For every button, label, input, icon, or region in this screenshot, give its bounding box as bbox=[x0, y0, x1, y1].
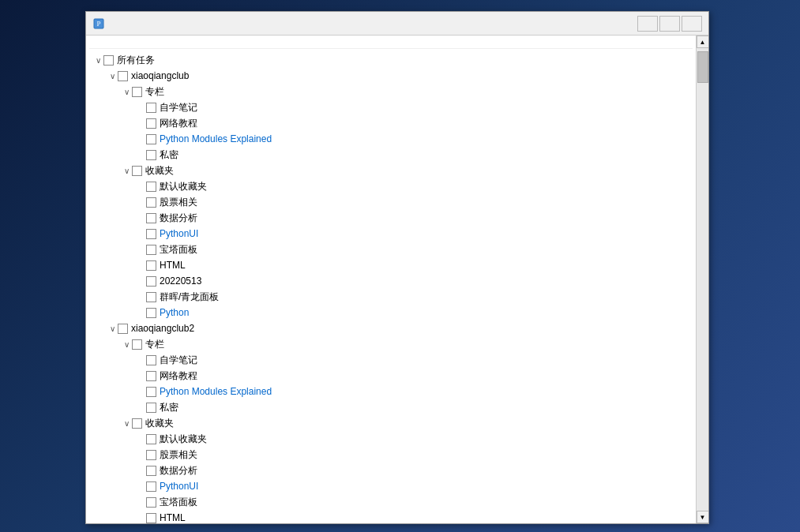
item-checkbox[interactable] bbox=[146, 260, 156, 271]
item-checkbox[interactable] bbox=[132, 339, 142, 350]
item-label: 专栏 bbox=[145, 85, 164, 99]
item-label: 数据分析 bbox=[160, 212, 197, 225]
scrollbar-thumb[interactable] bbox=[697, 51, 708, 83]
tree-row[interactable]: ∨xiaoqiangclub bbox=[89, 68, 693, 84]
item-label: PythonUI bbox=[160, 481, 198, 492]
tree-row[interactable]: 股票相关 bbox=[89, 447, 693, 463]
scrollbar-track-area[interactable] bbox=[697, 48, 708, 511]
tree-row[interactable]: 数据分析 bbox=[89, 210, 693, 226]
item-checkbox[interactable] bbox=[146, 229, 156, 239]
tree-row[interactable]: HTML bbox=[89, 257, 693, 273]
tree-row[interactable]: HTML bbox=[89, 510, 693, 523]
item-label: 数据分析 bbox=[160, 464, 197, 478]
panel-header bbox=[89, 40, 693, 49]
item-checkbox[interactable] bbox=[146, 150, 156, 160]
item-checkbox[interactable] bbox=[146, 308, 156, 318]
item-checkbox[interactable] bbox=[146, 276, 156, 287]
item-checkbox[interactable] bbox=[146, 134, 156, 144]
item-label: 网络教程 bbox=[160, 369, 197, 383]
tree-row[interactable]: 20220513 bbox=[89, 273, 693, 289]
expand-arrow-icon: ∨ bbox=[121, 167, 132, 175]
tree-row[interactable]: PythonUI bbox=[89, 226, 693, 242]
item-label: 私密 bbox=[160, 148, 178, 162]
item-label: Python Modules Explained bbox=[160, 386, 272, 397]
main-window: P ∨所有任务∨xiaoqiangclub∨专栏自学笔记网络教程Python M… bbox=[85, 11, 709, 524]
item-checkbox[interactable] bbox=[146, 118, 156, 129]
tree-row[interactable]: Python bbox=[89, 305, 693, 320]
tree-row[interactable]: ∨xiaoqiangclub2 bbox=[89, 320, 693, 336]
item-checkbox[interactable] bbox=[146, 450, 156, 460]
tree-panel[interactable]: ∨所有任务∨xiaoqiangclub∨专栏自学笔记网络教程Python Mod… bbox=[86, 36, 696, 523]
item-label: 私密 bbox=[160, 401, 178, 414]
scroll-up-button[interactable]: ▲ bbox=[697, 36, 709, 48]
item-checkbox[interactable] bbox=[132, 87, 142, 97]
tree-row[interactable]: 宝塔面板 bbox=[89, 494, 693, 510]
item-checkbox[interactable] bbox=[132, 418, 142, 429]
tree-row[interactable]: Python Modules Explained bbox=[89, 131, 693, 147]
expand-arrow-icon: ∨ bbox=[107, 324, 118, 333]
tree-row[interactable]: 默认收藏夹 bbox=[89, 431, 693, 447]
item-checkbox[interactable] bbox=[146, 245, 156, 255]
tree-row[interactable]: ∨收藏夹 bbox=[89, 163, 693, 178]
task-tree: ∨所有任务∨xiaoqiangclub∨专栏自学笔记网络教程Python Mod… bbox=[89, 52, 693, 523]
expand-arrow-icon: ∨ bbox=[121, 340, 132, 349]
tree-row[interactable]: 私密 bbox=[89, 399, 693, 415]
window-icon: P bbox=[92, 17, 105, 30]
item-checkbox[interactable] bbox=[146, 434, 156, 444]
tree-row[interactable]: 群晖/青龙面板 bbox=[89, 289, 693, 305]
tree-row[interactable]: 自学笔记 bbox=[89, 99, 693, 115]
tree-row[interactable]: 默认收藏夹 bbox=[89, 178, 693, 194]
content-area: ∨所有任务∨xiaoqiangclub∨专栏自学笔记网络教程Python Mod… bbox=[86, 36, 708, 523]
item-checkbox[interactable] bbox=[146, 403, 156, 413]
scrollbar[interactable]: ▲ ▼ bbox=[696, 36, 708, 523]
maximize-button[interactable] bbox=[659, 16, 680, 32]
item-label: 收藏夹 bbox=[145, 164, 174, 178]
close-button[interactable] bbox=[682, 16, 702, 32]
tree-row[interactable]: ∨所有任务 bbox=[89, 52, 693, 68]
item-checkbox[interactable] bbox=[146, 197, 156, 208]
item-checkbox[interactable] bbox=[103, 55, 114, 66]
title-bar: P bbox=[86, 12, 708, 36]
item-checkbox[interactable] bbox=[146, 513, 156, 523]
tree-row[interactable]: Python Modules Explained bbox=[89, 384, 693, 399]
scroll-down-button[interactable]: ▼ bbox=[697, 511, 709, 523]
item-checkbox[interactable] bbox=[118, 324, 128, 334]
item-checkbox[interactable] bbox=[146, 481, 156, 492]
tree-row[interactable]: ∨专栏 bbox=[89, 336, 693, 352]
item-label: 股票相关 bbox=[160, 196, 197, 209]
item-checkbox[interactable] bbox=[146, 182, 156, 192]
item-label: 宝塔面板 bbox=[160, 243, 197, 257]
item-checkbox[interactable] bbox=[132, 166, 142, 176]
item-label: Python bbox=[160, 307, 189, 318]
minimize-button[interactable] bbox=[637, 16, 658, 32]
tree-row[interactable]: 数据分析 bbox=[89, 463, 693, 478]
tree-row[interactable]: 网络教程 bbox=[89, 115, 693, 131]
item-checkbox[interactable] bbox=[146, 387, 156, 397]
expand-arrow-icon: ∨ bbox=[92, 56, 103, 65]
tree-row[interactable]: 网络教程 bbox=[89, 368, 693, 384]
item-label: xiaoqiangclub bbox=[131, 70, 189, 81]
item-checkbox[interactable] bbox=[146, 497, 156, 508]
item-checkbox[interactable] bbox=[146, 371, 156, 381]
item-checkbox[interactable] bbox=[146, 355, 156, 365]
tree-row[interactable]: PythonUI bbox=[89, 478, 693, 494]
tree-row[interactable]: 股票相关 bbox=[89, 194, 693, 210]
tree-row[interactable]: 私密 bbox=[89, 147, 693, 163]
item-label: PythonUI bbox=[160, 228, 198, 239]
item-label: HTML bbox=[160, 260, 186, 271]
item-checkbox[interactable] bbox=[146, 213, 156, 223]
expand-arrow-icon: ∨ bbox=[121, 419, 132, 428]
item-checkbox[interactable] bbox=[118, 71, 128, 81]
tree-row[interactable]: 宝塔面板 bbox=[89, 242, 693, 257]
item-checkbox[interactable] bbox=[146, 292, 156, 302]
expand-arrow-icon: ∨ bbox=[121, 88, 132, 96]
tree-row[interactable]: 自学笔记 bbox=[89, 352, 693, 368]
item-label: HTML bbox=[160, 512, 186, 523]
item-label: 股票相关 bbox=[160, 448, 197, 462]
item-label: 群晖/青龙面板 bbox=[160, 290, 219, 304]
tree-row[interactable]: ∨收藏夹 bbox=[89, 415, 693, 431]
item-checkbox[interactable] bbox=[146, 466, 156, 476]
item-label: xiaoqiangclub2 bbox=[131, 323, 194, 334]
tree-row[interactable]: ∨专栏 bbox=[89, 84, 693, 99]
item-checkbox[interactable] bbox=[146, 103, 156, 113]
